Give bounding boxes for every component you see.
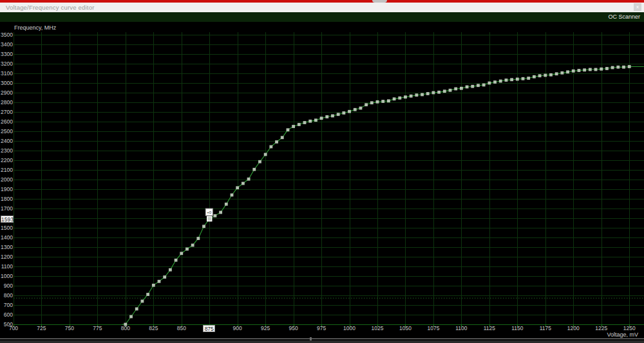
- vf-point[interactable]: [398, 97, 401, 100]
- vf-point[interactable]: [605, 67, 609, 70]
- vf-point[interactable]: [460, 87, 463, 90]
- vf-point[interactable]: [185, 248, 189, 251]
- vf-point[interactable]: [432, 91, 435, 95]
- window-title: Voltage/Frequency curve editor: [0, 4, 95, 11]
- vf-point[interactable]: [135, 308, 138, 311]
- vf-point[interactable]: [342, 111, 345, 115]
- vf-point[interactable]: [146, 293, 149, 296]
- toolbar: OC Scanner: [0, 12, 644, 22]
- vf-point[interactable]: [628, 65, 631, 68]
- vf-point[interactable]: [337, 113, 340, 116]
- vf-point[interactable]: [516, 78, 519, 81]
- vf-point[interactable]: [381, 100, 384, 103]
- vf-point[interactable]: [600, 68, 603, 71]
- vf-point[interactable]: [258, 160, 261, 163]
- vf-point[interactable]: [482, 84, 486, 87]
- vf-plot[interactable]: +0: [0, 22, 644, 338]
- vf-point[interactable]: [252, 168, 256, 171]
- vf-point[interactable]: [275, 140, 278, 144]
- vf-point[interactable]: [320, 116, 323, 120]
- vf-point[interactable]: [247, 178, 251, 181]
- vf-point[interactable]: [370, 101, 374, 104]
- vf-point[interactable]: [236, 186, 239, 189]
- vf-point[interactable]: [454, 88, 457, 91]
- vf-point[interactable]: [292, 125, 295, 128]
- vf-point[interactable]: [443, 89, 446, 93]
- vf-point[interactable]: [566, 70, 569, 73]
- vf-point[interactable]: [549, 73, 553, 77]
- vf-point[interactable]: [348, 110, 351, 113]
- vf-point[interactable]: [594, 68, 598, 71]
- vf-point[interactable]: [325, 115, 328, 118]
- vf-point[interactable]: [410, 95, 413, 98]
- vf-point[interactable]: [191, 244, 194, 247]
- vf-point[interactable]: [488, 82, 491, 85]
- vf-point[interactable]: [589, 68, 592, 71]
- vf-point[interactable]: [560, 71, 564, 75]
- vf-point[interactable]: [437, 91, 440, 94]
- vf-point[interactable]: [163, 275, 166, 279]
- vf-point[interactable]: [578, 69, 581, 72]
- vf-point[interactable]: [152, 284, 155, 287]
- vf-point[interactable]: [225, 203, 228, 206]
- vf-point[interactable]: [611, 66, 614, 70]
- vf-point[interactable]: [415, 93, 418, 97]
- vf-point[interactable]: [499, 80, 502, 83]
- vf-point[interactable]: [231, 194, 234, 197]
- vf-point[interactable]: [175, 259, 178, 262]
- vf-point[interactable]: [202, 225, 205, 228]
- vf-point[interactable]: [314, 118, 317, 122]
- vf-point[interactable]: [544, 74, 547, 77]
- vf-point[interactable]: [281, 136, 284, 139]
- vf-point[interactable]: [538, 74, 542, 77]
- vf-point[interactable]: [196, 237, 200, 240]
- vf-point[interactable]: [169, 268, 172, 272]
- vf-point[interactable]: [287, 128, 290, 131]
- vf-point[interactable]: [583, 68, 586, 71]
- vf-point[interactable]: [219, 211, 222, 214]
- vf-point[interactable]: [449, 89, 452, 92]
- curve-editor-window: Voltage/Frequency curve editor x OC Scan…: [0, 0, 644, 343]
- vf-point[interactable]: [264, 153, 267, 156]
- vf-point[interactable]: [365, 103, 368, 106]
- vf-point[interactable]: [354, 108, 357, 111]
- vf-point[interactable]: [533, 75, 536, 79]
- vf-chart-canvas[interactable]: +0 Frequency, MHz Voltage, mV 5006007008…: [0, 22, 644, 338]
- vf-point[interactable]: [269, 145, 272, 149]
- vf-point[interactable]: [393, 97, 396, 100]
- vf-point[interactable]: [242, 182, 245, 185]
- vf-point[interactable]: [129, 315, 133, 319]
- close-icon[interactable]: x: [634, 3, 641, 11]
- vf-point[interactable]: [421, 93, 424, 97]
- vf-point[interactable]: [510, 78, 513, 81]
- vf-point[interactable]: [404, 95, 407, 98]
- vf-point[interactable]: [359, 107, 363, 110]
- vf-point[interactable]: [158, 280, 161, 283]
- vf-point[interactable]: [214, 214, 217, 218]
- selected-point-offset: +0: [207, 210, 212, 214]
- vf-point[interactable]: [124, 323, 127, 326]
- vf-point[interactable]: [493, 80, 497, 84]
- oc-scanner-button[interactable]: OC Scanner: [608, 13, 640, 21]
- vf-point[interactable]: [466, 86, 469, 89]
- vf-point[interactable]: [331, 115, 334, 118]
- vf-point[interactable]: [616, 66, 620, 69]
- vf-point[interactable]: [298, 123, 301, 126]
- vf-point[interactable]: [426, 92, 430, 95]
- vf-point[interactable]: [505, 79, 508, 82]
- vf-point[interactable]: [387, 99, 390, 102]
- vf-point[interactable]: [555, 72, 558, 75]
- vf-point[interactable]: [308, 120, 312, 123]
- vf-point[interactable]: [376, 100, 379, 104]
- vf-point[interactable]: [527, 77, 530, 80]
- vf-point[interactable]: [180, 252, 183, 255]
- vf-point[interactable]: [141, 300, 144, 303]
- vf-point[interactable]: [622, 66, 625, 69]
- vf-point[interactable]: [522, 77, 525, 80]
- vf-point[interactable]: [477, 84, 480, 87]
- vf-point[interactable]: [471, 85, 474, 88]
- vf-point[interactable]: [572, 70, 575, 73]
- vf-point[interactable]: [303, 121, 307, 124]
- bottom-divider: [0, 338, 644, 339]
- selected-vf-point[interactable]: [207, 217, 212, 221]
